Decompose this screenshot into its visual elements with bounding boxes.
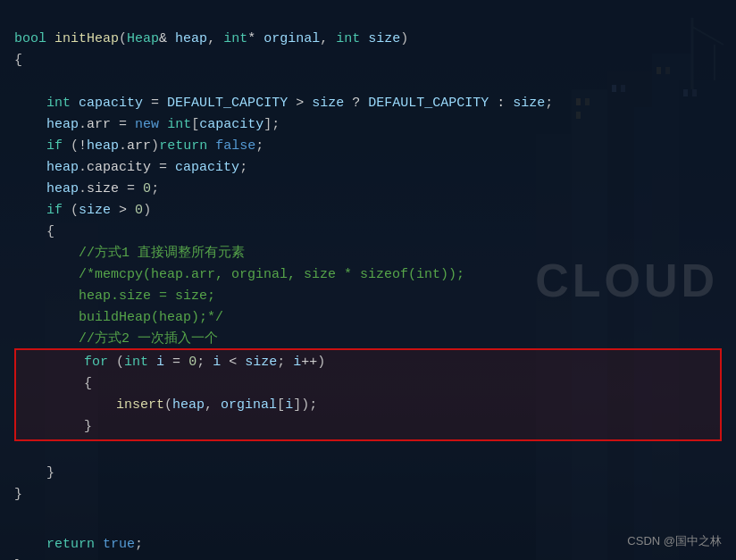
highlighted-block: for (int i = 0; i < size; i++) { insert(…	[14, 348, 722, 441]
code-block-after: } }	[14, 441, 722, 506]
main-container: CLOUD bool initHeap(Heap& heap, int* org…	[0, 0, 736, 560]
line-1: bool initHeap(Heap& heap, int* orginal, …	[14, 31, 408, 46]
code-return: return true; }	[14, 513, 722, 560]
line-10: //方式1 直接调整所有元素	[14, 246, 245, 261]
line-11: /*memcpy(heap.arr, orginal, size * sizeo…	[14, 267, 464, 282]
line-7: heap.size = 0;	[14, 181, 159, 196]
line-13: buildHeap(heap);*/	[14, 310, 223, 325]
line-9: {	[14, 224, 54, 239]
line-8: if (size > 0)	[14, 203, 151, 218]
highlight-code: for (int i = 0; i < size; i++) { insert(…	[20, 352, 713, 438]
line-6: heap.capacity = capacity;	[14, 160, 247, 175]
line-14: //方式2 一次插入一个	[14, 331, 218, 347]
line-3: int capacity = DEFAULT_CAPCITY > size ? …	[14, 96, 553, 111]
line-2: {	[14, 53, 22, 68]
line-12: heap.size = size;	[14, 288, 215, 304]
cloud-watermark: CLOUD	[535, 254, 718, 307]
csdn-watermark: CSDN @国中之林	[627, 533, 722, 549]
line-4: heap.arr = new int[capacity];	[14, 117, 280, 132]
line-5: if (!heap.arr)return false;	[14, 138, 263, 154]
